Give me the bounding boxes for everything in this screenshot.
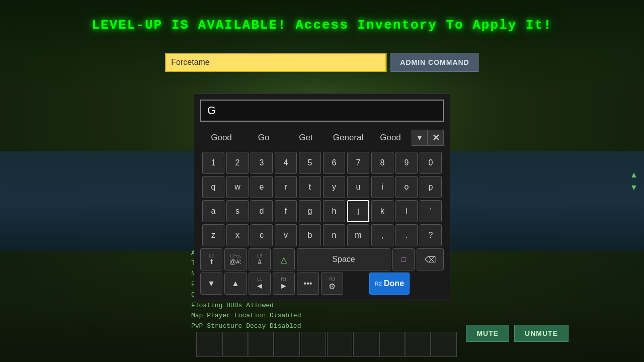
unmute-button[interactable]: UNMUTE <box>514 325 569 342</box>
key-c[interactable]: c <box>251 224 273 246</box>
key-space[interactable]: Space <box>297 248 390 270</box>
key-5[interactable]: 5 <box>299 152 321 174</box>
key-6[interactable]: 6 <box>323 152 345 174</box>
key-y[interactable]: y <box>323 176 345 198</box>
command-input[interactable] <box>165 53 386 72</box>
key-e[interactable]: e <box>251 176 273 198</box>
key-g[interactable]: g <box>299 200 321 222</box>
level-up-text: LEVEL-UP IS AVAILABLE! Access Inventory … <box>92 18 552 33</box>
autocomplete-row: Good Go Get General Good ▼ ✕ <box>200 127 444 149</box>
key-accent[interactable]: L3 à <box>249 248 271 270</box>
key-t[interactable]: t <box>299 176 321 198</box>
key-p[interactable]: p <box>420 176 442 198</box>
key-square[interactable]: □ <box>392 248 415 270</box>
key-h[interactable]: h <box>323 200 345 222</box>
key-a[interactable]: a <box>202 200 224 222</box>
hotbar <box>196 332 457 357</box>
key-r3-gear[interactable]: R3 ⚙ <box>321 273 343 295</box>
key-u[interactable]: u <box>347 176 369 198</box>
key-b[interactable]: b <box>299 224 321 246</box>
key-apostrophe[interactable]: ' <box>420 200 442 222</box>
hotbar-slot-5 <box>327 332 352 357</box>
hotbar-slot-3 <box>275 332 300 357</box>
autocomplete-item-4[interactable]: Good <box>369 131 412 145</box>
autocomplete-item-0[interactable]: Good <box>200 131 243 145</box>
level-up-banner: LEVEL-UP IS AVAILABLE! Access Inventory … <box>0 0 644 50</box>
autocomplete-close[interactable]: ✕ <box>428 130 444 146</box>
keyboard-row-3: z x c v b n m , . ? <box>200 224 444 246</box>
key-r[interactable]: r <box>275 176 297 198</box>
key-7[interactable]: 7 <box>347 152 369 174</box>
hotbar-slot-7 <box>379 332 405 357</box>
keyboard-dialog: Good Go Get General Good ▼ ✕ 1 2 3 4 5 6… <box>194 93 450 301</box>
hotbar-slot-6 <box>353 332 378 357</box>
function-key-row: ▼ ▲ L1 ◄ R1 ► ••• R3 ⚙ R2 Done <box>200 273 444 295</box>
key-shift[interactable]: L2 ⬆ <box>200 248 222 270</box>
key-period[interactable]: . <box>395 224 418 246</box>
mute-controls: MUTE UNMUTE <box>466 325 569 342</box>
key-o[interactable]: o <box>395 176 418 198</box>
admin-command-bar: ADMIN COMMAND <box>165 53 478 72</box>
autocomplete-item-1[interactable]: Go <box>243 131 285 145</box>
nav-arrow-down[interactable]: ▼ <box>629 183 639 193</box>
key-s[interactable]: s <box>226 200 249 222</box>
key-q[interactable]: q <box>202 176 224 198</box>
server-info-line-7: PvP Structure Decay Disabled <box>191 321 301 332</box>
hotbar-slot-1 <box>222 332 248 357</box>
key-f[interactable]: f <box>275 200 297 222</box>
admin-command-button[interactable]: ADMIN COMMAND <box>390 53 478 72</box>
hotbar-slot-8 <box>406 332 431 357</box>
hotbar-slot-2 <box>249 332 274 357</box>
key-v[interactable]: v <box>275 224 297 246</box>
hotbar-slot-9 <box>432 332 457 357</box>
mute-button[interactable]: MUTE <box>466 325 509 342</box>
key-w[interactable]: w <box>226 176 249 198</box>
key-l[interactable]: l <box>395 200 418 222</box>
hotbar-slot-4 <box>301 332 326 357</box>
key-d[interactable]: d <box>251 200 273 222</box>
key-0[interactable]: 0 <box>420 152 442 174</box>
key-symbols[interactable]: L2+△ @#: <box>224 248 247 270</box>
key-3[interactable]: 3 <box>251 152 273 174</box>
autocomplete-item-3[interactable]: General <box>327 131 369 145</box>
keyboard-search-input[interactable] <box>200 100 444 122</box>
number-row: 1 2 3 4 5 6 7 8 9 0 <box>200 152 444 174</box>
key-question[interactable]: ? <box>420 224 442 246</box>
nav-arrows: ▲ ▼ <box>629 170 639 193</box>
autocomplete-dropdown[interactable]: ▼ <box>412 130 428 146</box>
key-empty <box>345 273 367 295</box>
key-j[interactable]: j <box>347 200 369 222</box>
nav-arrow-up[interactable]: ▲ <box>629 170 639 180</box>
key-l1-left[interactable]: L1 ◄ <box>249 273 271 295</box>
key-i[interactable]: i <box>371 176 393 198</box>
autocomplete-item-2[interactable]: Get <box>285 131 327 145</box>
key-n[interactable]: n <box>323 224 345 246</box>
key-1[interactable]: 1 <box>202 152 224 174</box>
key-r1-right[interactable]: R1 ► <box>273 273 295 295</box>
key-done[interactable]: R2 Done <box>369 273 410 295</box>
keyboard-row-2: a s d f g h j k l ' <box>200 200 444 222</box>
key-8[interactable]: 8 <box>371 152 393 174</box>
special-key-row: L2 ⬆ L2+△ @#: L3 à △ Space □ ⌫ <box>200 248 444 270</box>
key-triangle[interactable]: △ <box>273 248 295 270</box>
server-info-line-5: Floating HUDs Allowed <box>191 301 301 311</box>
server-info-line-6: Map Player Location Disabled <box>191 311 301 321</box>
key-4[interactable]: 4 <box>275 152 297 174</box>
key-comma[interactable]: , <box>371 224 393 246</box>
key-backspace[interactable]: ⌫ <box>417 248 444 270</box>
key-9[interactable]: 9 <box>395 152 418 174</box>
key-2[interactable]: 2 <box>226 152 249 174</box>
key-arrow-down[interactable]: ▼ <box>200 273 222 295</box>
hotbar-slot-0 <box>196 332 221 357</box>
key-k[interactable]: k <box>371 200 393 222</box>
key-z[interactable]: z <box>202 224 224 246</box>
key-m[interactable]: m <box>347 224 369 246</box>
key-x[interactable]: x <box>226 224 249 246</box>
keyboard-row-1: q w e r t y u i o p <box>200 176 444 198</box>
key-dots[interactable]: ••• <box>297 273 319 295</box>
key-arrow-up[interactable]: ▲ <box>224 273 247 295</box>
